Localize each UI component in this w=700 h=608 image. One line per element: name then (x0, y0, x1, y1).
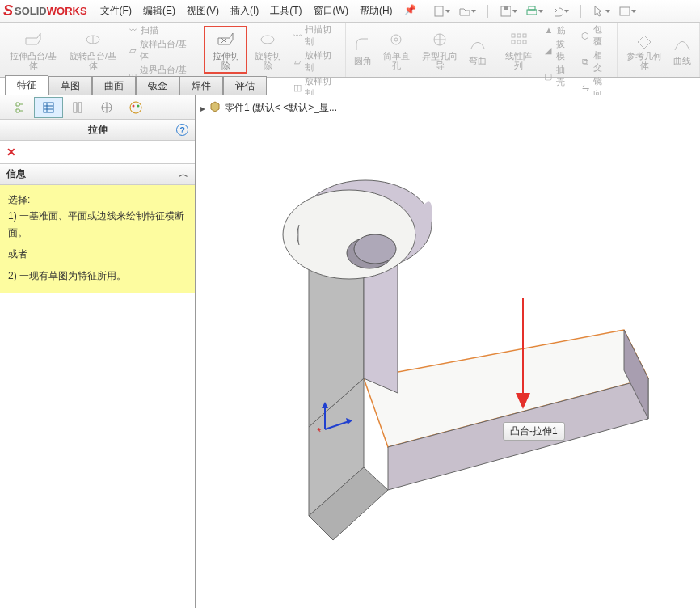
svg-rect-13 (523, 34, 526, 37)
main-menu: 文件(F) 编辑(E) 视图(V) 插入(I) 工具(T) 窗口(W) 帮助(H… (100, 4, 416, 18)
pm-tab-appearance[interactable] (121, 97, 150, 118)
revolved-cut-button[interactable]: 旋转切除 (247, 27, 288, 72)
svg-marker-48 (322, 402, 328, 408)
sweep-button[interactable]: 〰扫描 (124, 23, 195, 37)
fillet-icon (352, 34, 373, 55)
svg-rect-3 (527, 10, 537, 15)
lofted-cut-button[interactable]: ▱放样切割 (289, 49, 340, 74)
save-button[interactable] (500, 3, 517, 19)
svg-point-7 (261, 36, 274, 44)
svg-point-33 (133, 104, 135, 107)
chevron-up-icon: ︿ (179, 167, 188, 181)
swept-cut-button[interactable]: 〰扫描切割 (289, 23, 340, 49)
help-icon[interactable]: ? (176, 124, 188, 136)
svg-rect-28 (44, 103, 53, 112)
open-button[interactable] (458, 3, 476, 19)
fillet-button[interactable]: 圆角 (349, 32, 377, 67)
tab-evaluate[interactable]: 评估 (223, 76, 267, 95)
hole-wizard-button[interactable]: 异型孔向导 (416, 27, 464, 72)
svg-rect-29 (74, 103, 77, 112)
part-name[interactable]: 零件1 (默认< <默认>_显... (225, 101, 337, 115)
curves-icon (672, 34, 693, 55)
pm-tab-property[interactable] (34, 97, 63, 118)
wrap-button[interactable]: ⬡包覆 (578, 23, 612, 49)
draft-button[interactable]: ◢拔模 (541, 37, 575, 63)
swept-cut-icon: 〰 (291, 29, 303, 42)
svg-marker-50 (346, 418, 352, 424)
loft-button[interactable]: ▱放样凸台/基体 (124, 37, 195, 63)
svg-rect-15 (517, 40, 521, 44)
extrude-boss-icon (23, 29, 44, 50)
svg-text:*: * (317, 425, 322, 438)
svg-point-44 (283, 190, 415, 279)
rib-button[interactable]: ▲筋 (541, 23, 575, 37)
hole-wizard-icon (429, 29, 450, 50)
origin-triad-icon: * (315, 399, 356, 439)
pm-tabs (0, 95, 195, 120)
revolve-boss-button[interactable]: 旋转凸台/基体 (63, 27, 123, 72)
panel-title-bar: 拉伸 ? (0, 120, 195, 141)
svg-rect-5 (620, 7, 630, 15)
draft-icon: ◢ (542, 44, 555, 57)
new-button[interactable] (432, 3, 450, 19)
svg-marker-53 (516, 393, 530, 409)
app-logo: S SOLIDWORKS (3, 2, 87, 19)
tab-weldment[interactable]: 焊件 (179, 76, 223, 95)
intersect-button[interactable]: ⧉相交 (578, 49, 612, 74)
tab-surface[interactable]: 曲面 (92, 76, 136, 95)
svg-point-8 (391, 35, 401, 44)
shell-icon: ▢ (542, 70, 555, 82)
svg-rect-30 (78, 103, 82, 112)
svg-point-9 (394, 38, 398, 41)
extrude-boss-button[interactable]: 拉伸凸台/基体 (3, 27, 63, 72)
pm-tab-feature-tree[interactable] (5, 97, 34, 118)
loft-icon: ▱ (126, 44, 138, 57)
print-button[interactable] (525, 3, 543, 19)
flex-button[interactable]: 弯曲 (464, 32, 491, 67)
rebuild-button[interactable] (618, 3, 636, 19)
menu-view[interactable]: 视图(V) (187, 4, 219, 18)
section-info-header[interactable]: 信息 ︿ (0, 163, 195, 185)
tab-sheetmetal[interactable]: 钣金 (136, 76, 179, 95)
svg-rect-4 (529, 6, 535, 10)
svg-line-49 (325, 421, 349, 429)
menu-window[interactable]: 窗口(W) (314, 4, 348, 18)
part-icon (209, 100, 221, 116)
wrap-icon: ⬡ (580, 29, 592, 42)
pin-icon[interactable]: 📌 (404, 4, 416, 18)
svg-point-32 (130, 102, 141, 113)
expand-tree-icon[interactable]: ▸ (200, 103, 205, 114)
menu-insert[interactable]: 插入(I) (230, 4, 259, 18)
model-3d (228, 128, 681, 548)
curves-button[interactable]: 曲线 (668, 32, 696, 67)
ref-geometry-button[interactable]: 参考几何体 (621, 27, 668, 72)
revolve-boss-icon (82, 29, 103, 50)
intersect-icon: ⧉ (580, 55, 592, 68)
svg-rect-11 (512, 34, 515, 37)
pm-tab-config[interactable] (63, 97, 92, 118)
menu-file[interactable]: 文件(F) (100, 4, 132, 18)
select-button[interactable] (592, 3, 610, 19)
svg-rect-14 (512, 40, 515, 44)
menu-edit[interactable]: 编辑(E) (143, 4, 175, 18)
sweep-icon: 〰 (126, 23, 139, 36)
tab-feature[interactable]: 特征 (5, 75, 48, 95)
menu-tools[interactable]: 工具(T) (270, 4, 302, 18)
feature-tooltip: 凸台-拉伸1 (503, 422, 565, 441)
svg-rect-12 (517, 34, 521, 37)
tab-sketch[interactable]: 草图 (48, 76, 92, 95)
revolved-cut-icon (257, 29, 278, 50)
pm-tab-dimxpert[interactable] (92, 97, 121, 118)
menu-help[interactable]: 帮助(H) (360, 4, 393, 18)
shell-button[interactable]: ▢抽壳 (541, 63, 575, 89)
linear-pattern-button[interactable]: 线性阵列 (499, 27, 539, 72)
annotation-arrow-icon (511, 298, 535, 419)
undo-button[interactable] (551, 3, 569, 19)
extrude-cut-button[interactable]: 拉伸切除 (204, 26, 247, 74)
cancel-icon[interactable]: ✕ (6, 146, 16, 158)
hole-button[interactable]: 简单直孔 (377, 27, 416, 72)
graphics-viewport[interactable]: ▸ 零件1 (默认< <默认>_显... (196, 95, 700, 608)
main-area: 拉伸 ? ✕ 信息 ︿ 选择: 1) 一基准面、平面或边线来绘制特征横断面。 或… (0, 95, 700, 608)
logo-mark-icon: S (3, 2, 13, 19)
linear-pattern-icon (508, 29, 529, 50)
